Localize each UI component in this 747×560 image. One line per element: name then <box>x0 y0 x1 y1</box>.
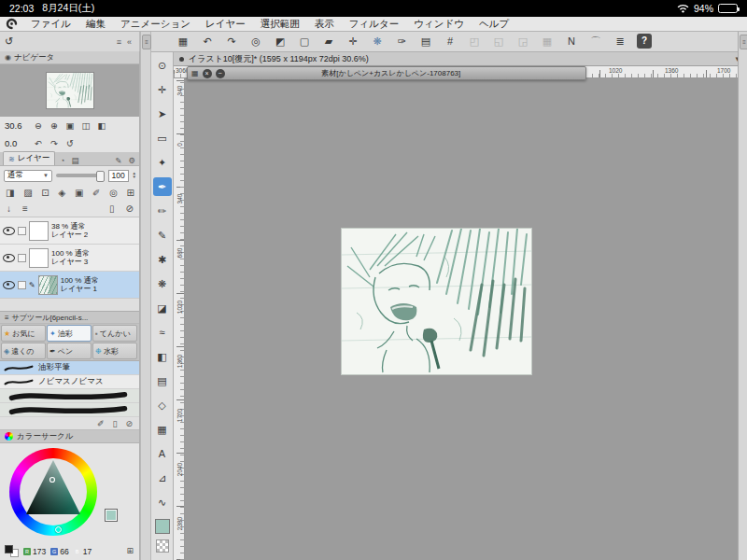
canvas-area[interactable] <box>185 78 738 560</box>
opacity-stepper[interactable]: ▲▼ <box>133 172 136 179</box>
delete-subtool-icon[interactable]: ⊘ <box>125 419 133 428</box>
line-correction-tool[interactable]: ∿ <box>153 493 172 511</box>
navigator-preview[interactable] <box>0 64 140 117</box>
transparent-color-icon[interactable] <box>156 539 169 553</box>
main-color[interactable] <box>5 545 13 553</box>
menu-file[interactable]: ファイル <box>23 18 78 31</box>
new-subtool-icon[interactable]: ▯ <box>113 419 118 428</box>
layer-visibility-icon[interactable] <box>3 254 15 262</box>
layer-settings-icon[interactable]: ⚙ <box>126 156 137 165</box>
decoration-tool[interactable]: ❋ <box>153 274 172 293</box>
airbrush-tool[interactable]: ✱ <box>153 250 172 269</box>
subtool-tab-tooku[interactable]: ◈ 遠くの <box>1 343 46 359</box>
brush-tool[interactable]: ✒ <box>153 177 172 196</box>
dock-collapse-icon[interactable]: « <box>124 37 134 47</box>
actual-size-icon[interactable]: ◫ <box>79 120 92 131</box>
grid-snap-icon[interactable]: ▤ <box>418 34 433 49</box>
restore-icon[interactable]: ◎ <box>248 34 263 49</box>
merge-down-icon[interactable]: ↓ <box>7 203 11 214</box>
main-sub-color-swatch[interactable] <box>5 545 19 557</box>
deselect-icon[interactable]: ▢ <box>297 34 312 49</box>
divide-view-icon[interactable]: ⊞ <box>127 188 134 198</box>
current-color-swatch[interactable] <box>155 519 170 534</box>
new-layer-icon[interactable]: ▯ <box>109 203 115 214</box>
layer-visibility-icon[interactable] <box>3 281 15 289</box>
subtool-tab-favorites[interactable]: ★ お気に <box>1 325 46 342</box>
help-button[interactable]: ? <box>637 34 652 49</box>
blend-tool[interactable]: ≈ <box>153 323 172 342</box>
fill-tool[interactable]: ◧ <box>153 347 172 366</box>
parallel-lines-icon[interactable]: ≣ <box>613 34 627 49</box>
ruler-visibility-icon[interactable]: ▣ <box>75 188 83 198</box>
layer-visibility-icon[interactable] <box>3 227 15 235</box>
stabilizer-icon[interactable]: ❋ <box>370 34 385 49</box>
opacity-slider-knob[interactable] <box>96 171 105 182</box>
fit-screen-icon[interactable]: ▣ <box>63 120 77 131</box>
subtool-tab-pen[interactable]: ✒ ペン <box>47 343 92 359</box>
eraser-tool[interactable]: ◪ <box>153 299 172 317</box>
navigator-tab[interactable]: ◉ ナビゲータ <box>0 51 140 64</box>
transfer-down-icon[interactable]: ≡ <box>22 203 28 214</box>
right-dock-tab[interactable]: ≡ <box>740 35 747 49</box>
hand-tool[interactable]: ✛ <box>153 80 172 99</box>
curve-icon[interactable]: ⌒ <box>588 34 603 49</box>
pen-settings-icon[interactable]: ✑ <box>394 34 409 49</box>
document-tab-bar[interactable]: イラスト10[復元]* (1595 x 1194px 72dpi 30.6%) … <box>174 52 747 66</box>
delete-layer-icon[interactable]: ⊘ <box>126 203 134 214</box>
pen-tool[interactable]: ✎ <box>153 226 172 245</box>
subtool-tab-oil[interactable]: ✦ 油彩 <box>47 325 92 342</box>
menu-window[interactable]: ウィンドウ <box>406 18 472 31</box>
layer-row-3[interactable]: 100 % 通常 レイヤー 3 <box>0 245 140 272</box>
opacity-slider[interactable] <box>56 174 105 177</box>
layer-edit-icon[interactable]: ✎ <box>113 156 123 165</box>
lock-transparent-icon[interactable]: ▨ <box>23 188 32 198</box>
brush-nobimasu[interactable]: ノビマスノビマス <box>0 375 140 389</box>
workspace-grid-icon[interactable]: ▦ <box>176 34 190 49</box>
menu-help[interactable]: ヘルプ <box>472 18 516 31</box>
layer-checkbox[interactable] <box>18 227 26 235</box>
dock-grip-icon[interactable]: ≡ <box>114 37 124 47</box>
hue-marker[interactable] <box>55 526 62 533</box>
figure-tool[interactable]: ◇ <box>153 396 172 414</box>
text-tool[interactable]: A <box>153 444 172 463</box>
tab-layer-search[interactable]: ▤ <box>69 156 80 165</box>
zoom-tool[interactable]: ⊙ <box>153 56 172 75</box>
frame-tool[interactable]: ▦ <box>153 420 172 439</box>
transform-icon[interactable]: ✛ <box>345 34 360 49</box>
gradient-tool[interactable]: ▤ <box>153 371 172 390</box>
reset-rotation-icon[interactable]: ↺ <box>63 138 77 148</box>
redo-icon[interactable]: ↷ <box>224 34 239 49</box>
brush-preview-1[interactable] <box>0 389 140 403</box>
menu-edit[interactable]: 編集 <box>78 18 113 31</box>
tab-layer[interactable]: ≋ レイヤー <box>3 151 55 165</box>
menu-layer[interactable]: レイヤー <box>198 18 253 31</box>
color-set-grid-icon[interactable]: ⊞ <box>126 546 134 555</box>
blend-mode-select[interactable]: 通常 ▼ <box>4 170 52 182</box>
layer-checkbox[interactable] <box>18 281 26 289</box>
layer-row-2[interactable]: 38 % 通常 レイヤー 2 <box>0 217 140 245</box>
vector-icon[interactable]: N <box>564 34 579 49</box>
auto-select-tool[interactable]: ✦ <box>153 153 172 172</box>
zoom-in-icon[interactable]: ⊕ <box>48 120 61 131</box>
dock-rotate-icon[interactable]: ↺ <box>5 35 13 48</box>
enable-mask-icon[interactable]: ◈ <box>58 188 65 198</box>
lock-layer-icon[interactable]: ⊡ <box>41 188 49 198</box>
subtool-tab-watercolor[interactable]: ❉ 水彩 <box>92 343 137 359</box>
brush-preview-2[interactable] <box>0 403 140 417</box>
menu-selection[interactable]: 選択範囲 <box>253 18 307 31</box>
pattern-icon[interactable]: ▦ <box>540 34 555 49</box>
opacity-value[interactable]: 100 <box>108 170 129 182</box>
left-dock-tab[interactable]: ≡ <box>142 35 151 49</box>
clear-icon[interactable]: ◩ <box>273 34 288 49</box>
layer-checkbox[interactable] <box>18 254 26 262</box>
collapse-icon[interactable]: − <box>216 69 225 78</box>
pencil-tool[interactable]: ✏ <box>153 202 172 220</box>
material-palette-bar[interactable]: ▦ × − 素材[かしペン+カスレかしペン-1708763] <box>187 66 586 80</box>
menu-animation[interactable]: アニメーション <box>113 18 198 31</box>
layer-row-1[interactable]: ✎ 100 % 通常 レイヤー 1 <box>0 272 140 299</box>
palette-color-icon[interactable]: ◎ <box>109 188 118 198</box>
menu-filter[interactable]: フィルター <box>342 18 406 31</box>
select-launcher-icon[interactable]: ▰ <box>321 34 336 49</box>
undo-icon[interactable]: ↶ <box>200 34 215 49</box>
operation-tool[interactable]: ➤ <box>153 105 172 123</box>
